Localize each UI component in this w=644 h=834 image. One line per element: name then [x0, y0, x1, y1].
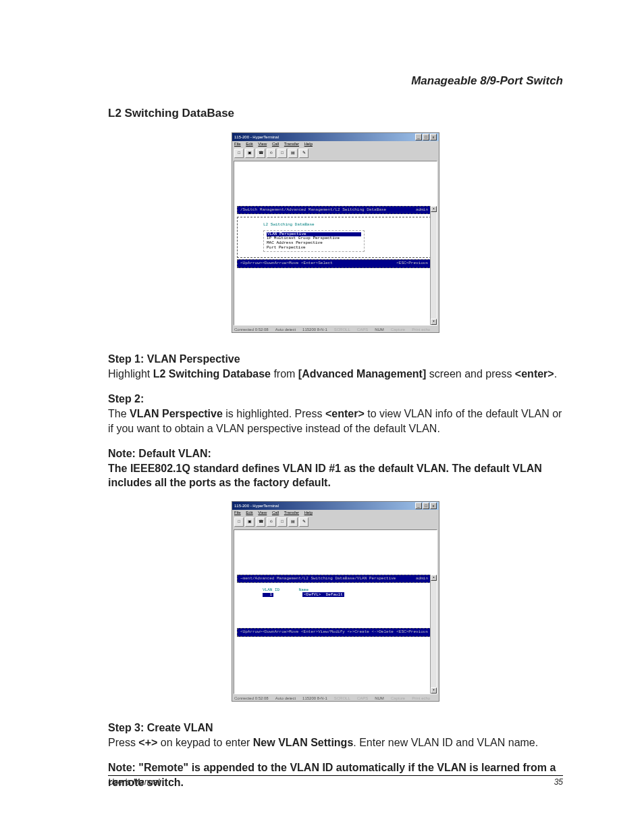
menu-transfer: Transfer [284, 142, 299, 146]
figure-2: 115-200 - HyperTerminal _ □ x File Edit … [108, 501, 563, 702]
text: from [271, 368, 298, 380]
step-3-heading: Step 3: Create VLAN [108, 722, 213, 733]
text-bold: VLAN Perspective [130, 408, 223, 419]
text: The [108, 408, 130, 419]
status-baud: 115200 8-N-1 [302, 696, 327, 701]
menu-transfer: Transfer [284, 511, 299, 515]
status-echo: Print echo [412, 328, 430, 332]
text: screen and press [426, 368, 515, 380]
status-capture: Capture [391, 328, 405, 332]
toolbar-icon: ⎋ [267, 517, 276, 527]
footer-left: User's Manual [108, 777, 159, 787]
toolbar-icon: □ [234, 517, 244, 527]
note-body: The IEEE802.1Q standard defines VLAN ID … [108, 463, 542, 489]
col-vlan-id: VLAN ID [263, 588, 296, 593]
console-menu-item: Port Perspective [267, 246, 361, 251]
close-icon: x [430, 134, 437, 140]
hyperterminal-window: 115-200 - HyperTerminal _ □ x File Edit … [232, 132, 439, 333]
window-title: 115-200 - HyperTerminal [234, 135, 279, 140]
step-1: Step 1: VLAN Perspective Highlight L2 Sw… [108, 352, 563, 381]
section-title: L2 Switching DataBase [108, 107, 563, 120]
toolbar-icon: ▣ [245, 517, 254, 527]
menu-help: Help [304, 142, 313, 146]
text: Highlight [108, 368, 153, 380]
status-capture: Capture [391, 696, 405, 701]
text-bold: [Advanced Management] [298, 368, 426, 380]
console-body: L2 Switching DataBase VLAN Perspective I… [237, 217, 431, 258]
toolbar-icon: ⎋ [267, 149, 276, 158]
text-bold: <+> [138, 737, 157, 748]
scroll-up-icon: ▴ [431, 575, 437, 581]
cell-tag: <DefVL> [304, 592, 321, 597]
menu-edit: Edit [246, 511, 252, 515]
console-user: admin [416, 577, 428, 581]
window-toolbar: □ ▣ ☎ ⎋ □ ▤ ✎ [232, 147, 439, 159]
console-breadcrumb-bar: ~ment/Advanced Management/L2 Switching D… [237, 575, 431, 583]
running-head: Manageable 8/9-Port Switch [108, 74, 563, 88]
vertical-scrollbar: ▴ ▾ [430, 575, 437, 694]
figure-1: 115-200 - HyperTerminal _ □ x File Edit … [108, 132, 563, 333]
status-connected: Connected 0:52:08 [234, 696, 269, 701]
toolbar-icon: □ [277, 149, 287, 158]
console-breadcrumb: ~ment/Advanced Management/L2 Switching D… [240, 577, 396, 581]
menu-view: View [258, 511, 267, 515]
text-bold: <enter> [325, 408, 365, 419]
page-footer: User's Manual 35 [108, 775, 563, 787]
window-statusbar: Connected 0:52:08 Auto detect 115200 8-N… [232, 696, 439, 702]
vertical-scrollbar: ▴ ▾ [430, 206, 437, 325]
text: on keypad to enter [157, 737, 252, 748]
toolbar-icon: ▣ [245, 149, 254, 158]
window-titlebar: 115-200 - HyperTerminal _ □ x [232, 133, 439, 141]
scroll-up-icon: ▴ [431, 206, 437, 212]
scroll-down-icon: ▾ [431, 319, 437, 325]
window-title: 115-200 - HyperTerminal [234, 504, 279, 509]
step-2-heading: Step 2: [108, 393, 144, 405]
text: . [554, 368, 557, 380]
window-toolbar: □ ▣ ☎ ⎋ □ ▤ ✎ [232, 516, 439, 528]
text: . Enter new VLAN ID and VLAN name. [353, 737, 538, 748]
toolbar-icon: ✎ [299, 149, 308, 158]
status-caps: CAPS [357, 328, 368, 332]
toolbar-icon: □ [277, 517, 287, 527]
console-user: admin [416, 208, 428, 213]
menu-view: View [258, 142, 267, 146]
footer-page-number: 35 [554, 777, 563, 787]
status-scroll: SCROLL [334, 696, 350, 701]
scroll-down-icon: ▾ [431, 687, 437, 694]
console-footer-bar: <UpArrow><DownArrow>Move <Enter>View/Mod… [237, 628, 431, 637]
menu-call: Call [272, 511, 279, 515]
step-1-heading: Step 1: VLAN Perspective [108, 353, 240, 365]
console-panel-title: L2 Switching DataBase [263, 223, 424, 228]
console-footer-right: <ESC>Previous [396, 630, 428, 635]
toolbar-icon: ▤ [288, 149, 298, 158]
toolbar-icon: ☎ [256, 149, 265, 158]
console-breadcrumb: /Switch Management/Advanced Management/L… [240, 208, 386, 213]
window-titlebar: 115-200 - HyperTerminal _ □ x [232, 502, 439, 510]
window-statusbar: Connected 0:52:08 Auto detect 115200 8-N… [232, 327, 439, 333]
toolbar-icon: ✎ [299, 517, 308, 527]
console-menu: VLAN Perspective IP Multicast Group Pers… [263, 230, 365, 252]
status-baud: 115200 8-N-1 [302, 328, 327, 332]
toolbar-icon: □ [234, 149, 244, 158]
status-detect: Auto detect [275, 696, 296, 701]
note-default-vlan: Note: Default VLAN: The IEEE802.1Q stand… [108, 446, 563, 490]
status-echo: Print echo [412, 696, 430, 701]
text: is highlighted. Press [223, 408, 325, 419]
status-scroll: SCROLL [334, 328, 350, 332]
cell-vlan-id: 1 [263, 593, 273, 598]
menu-edit: Edit [246, 142, 252, 146]
console-body: VLAN ID Name 1 <DefVL> Default [237, 585, 431, 627]
cell-name: Default [326, 592, 343, 597]
console-footer-right: <ESC>Previous [396, 261, 428, 266]
table-row: 1 <DefVL> Default [263, 593, 425, 598]
console-breadcrumb-bar: /Switch Management/Advanced Management/L… [237, 206, 431, 215]
menu-file: File [234, 142, 241, 146]
console-footer-bar: <UpArrow><DownArrow>Move <Enter>Select <… [237, 259, 431, 268]
status-connected: Connected 0:52:08 [234, 328, 269, 332]
window-menubar: File Edit View Call Transfer Help [232, 141, 439, 147]
minimize-icon: _ [415, 502, 422, 509]
text-bold: L2 Switching Database [153, 368, 271, 380]
maximize-icon: □ [423, 502, 429, 509]
hyperterminal-window: 115-200 - HyperTerminal _ □ x File Edit … [232, 501, 439, 702]
status-num: NUM [375, 696, 384, 701]
